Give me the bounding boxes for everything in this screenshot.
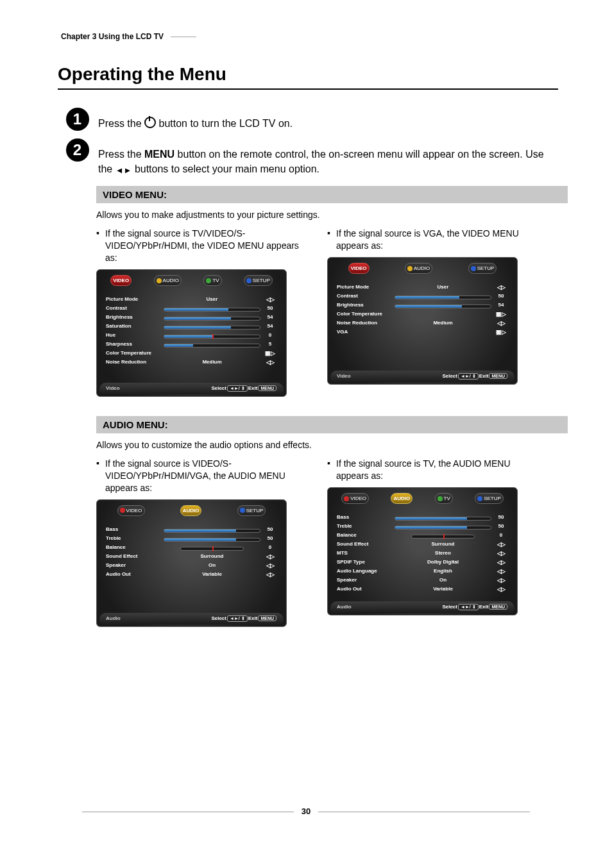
osd-row[interactable]: Picture ModeUser◁▷ — [106, 295, 277, 304]
step-2-a: Press the — [98, 149, 144, 160]
osd-row[interactable]: Hue0 — [106, 331, 277, 340]
left-right-arrow-icon: ◁▷ — [497, 550, 505, 556]
osd-row-ctrl: ◁▷ — [263, 562, 277, 569]
osd-tab-setup[interactable]: SETUP — [237, 505, 266, 516]
osd-slider[interactable] — [161, 332, 263, 338]
slider-track — [395, 517, 491, 521]
osd-slider[interactable] — [392, 293, 494, 299]
step-2-c: buttons to select your main menu option. — [135, 163, 319, 174]
osd-row[interactable]: MTSStereo◁▷ — [337, 549, 508, 558]
osd-row-ctrl: ◁▷ — [494, 320, 508, 326]
slider-track — [395, 296, 491, 299]
osd-row-label: Balance — [337, 532, 392, 538]
osd-row[interactable]: Color Temperature▦▷ — [106, 349, 277, 358]
power-icon — [144, 117, 156, 128]
chapter-text: Chapter 3 Using the LCD TV — [61, 32, 164, 41]
osd-tab-video[interactable]: VIDEO — [117, 505, 145, 516]
osd-tab-video[interactable]: VIDEO — [348, 263, 370, 274]
osd-row[interactable]: Bass50 — [106, 525, 277, 534]
osd-row[interactable]: Picture ModeUser◁▷ — [337, 283, 508, 292]
osd-footer: VideoSelect◄►/ ⇕ ExitMENU — [330, 371, 514, 382]
osd-row[interactable]: Sound EffectSurround◁▷ — [106, 552, 277, 561]
osd-slider[interactable] — [161, 305, 263, 312]
osd-slider[interactable] — [161, 535, 263, 542]
osd-row-label: Audio Out — [106, 571, 161, 577]
osd-row-label: Audio Out — [337, 586, 392, 592]
osd-row[interactable]: SpeakerOn◁▷ — [106, 561, 277, 570]
osd-row-ctrl: ◁▷ — [263, 359, 277, 365]
osd-row[interactable]: Balance0 — [337, 531, 508, 540]
enter-arrow-icon: ▦▷ — [496, 329, 506, 335]
left-right-arrow-icon: ◁▷ — [497, 568, 505, 574]
osd-slider[interactable] — [392, 302, 494, 308]
osd-row[interactable]: Audio LanguageEnglish◁▷ — [337, 567, 508, 576]
osd-slider[interactable] — [161, 314, 263, 321]
osd-body: Bass50Treble50Balance0Sound EffectSurrou… — [97, 519, 286, 609]
osd-row[interactable]: Audio OutVariable◁▷ — [106, 570, 277, 579]
osd-row[interactable]: Sharpness5 — [106, 340, 277, 349]
osd-tab-label: TV — [444, 496, 450, 501]
osd-tab-setup[interactable]: SETUP — [244, 275, 273, 286]
osd-row-mid — [161, 350, 263, 356]
osd-row[interactable]: Balance0 — [106, 543, 277, 552]
osd-slider[interactable] — [161, 341, 263, 347]
osd-tab-setup[interactable]: SETUP — [475, 493, 504, 504]
osd-footer: AudioSelect◄►/ ⇕ ExitMENU — [99, 613, 284, 624]
bullet-icon: ▪ — [327, 228, 336, 238]
osd-row[interactable]: Contrast50 — [337, 292, 508, 301]
osd-slider[interactable] — [392, 514, 494, 521]
osd-tab-tv[interactable]: TV — [203, 275, 221, 286]
osd-row[interactable]: Noise ReductionMedium◁▷ — [337, 319, 508, 328]
osd-row-label: Bass — [106, 526, 161, 532]
osd-tab-setup[interactable]: SETUP — [468, 263, 497, 274]
nav-key-icon: ◄►/ ⇕ — [458, 373, 479, 380]
osd-tab-label: SETUP — [246, 508, 264, 513]
osd-footer-exit-label: Exit — [248, 385, 258, 391]
osd-row[interactable]: Sound EffectSurround◁▷ — [337, 540, 508, 549]
osd-slider[interactable] — [161, 544, 263, 551]
osd-row[interactable]: Bass50 — [337, 513, 508, 522]
slider-marker-icon — [212, 334, 214, 339]
osd-row[interactable]: VGA▦▷ — [337, 328, 508, 337]
osd-row[interactable]: SpeakerOn◁▷ — [337, 576, 508, 585]
osd-tab-tv[interactable]: TV — [435, 493, 453, 504]
step-2-menu: MENU — [144, 149, 174, 160]
osd-tab-audio[interactable]: AUDIO — [154, 275, 182, 286]
osd-row[interactable]: Color Temperature▦▷ — [337, 310, 508, 319]
osd-slider[interactable] — [392, 532, 494, 538]
osd-row[interactable]: SPDIF TypeDolby Digital◁▷ — [337, 558, 508, 567]
osd-tab-audio[interactable]: AUDIO — [180, 505, 202, 516]
osd-tab-audio[interactable]: AUDIO — [405, 263, 432, 274]
osd-row[interactable]: Treble50 — [106, 534, 277, 543]
tab-yellow-dot-icon — [157, 278, 162, 283]
osd-tab-video[interactable]: VIDEO — [341, 493, 369, 504]
step-1-text: Press the button to turn the LCD TV on. — [98, 108, 612, 131]
osd-slider[interactable] — [392, 523, 494, 530]
osd-row[interactable]: Noise ReductionMedium◁▷ — [106, 358, 277, 367]
video-col-right: ▪ If the signal source is VGA, the VIDEO… — [327, 228, 558, 397]
osd-row[interactable]: Contrast50 — [106, 304, 277, 313]
audio-columns: ▪ If the signal source is VIDEO/S-VIDEO/… — [96, 458, 558, 627]
video-left-bullet-text: If the signal source is TV/VIDEO/S-VIDEO… — [105, 228, 327, 264]
osd-row[interactable]: Saturation54 — [106, 322, 277, 331]
osd-slider[interactable] — [161, 526, 263, 533]
osd-row[interactable]: Audio OutVariable◁▷ — [337, 585, 508, 594]
osd-row[interactable]: Brightness54 — [106, 313, 277, 322]
osd-row[interactable]: Treble50 — [337, 522, 508, 531]
osd-row[interactable]: Brightness54 — [337, 301, 508, 310]
osd-tab-audio[interactable]: AUDIO — [391, 493, 412, 504]
tab-green-dot-icon — [438, 496, 443, 501]
osd-footer-select-label: Select — [442, 373, 457, 379]
enter-arrow-icon: ▦▷ — [265, 350, 275, 356]
osd-row-label: Speaker — [337, 577, 392, 583]
osd-tab-video[interactable]: VIDEO — [110, 275, 132, 286]
page-num-rule-right — [318, 812, 530, 812]
left-right-arrow-icon: ◁▷ — [266, 553, 274, 560]
osd-row-value: User — [161, 296, 263, 303]
step-1-text-b: button to turn the LCD TV on. — [158, 118, 293, 129]
slider-fill — [164, 530, 236, 532]
step-2-number: 2 — [56, 138, 98, 162]
osd-row-value: 50 — [494, 514, 508, 520]
osd-slider[interactable] — [161, 323, 263, 330]
osd-body: Bass50Treble50Balance0Sound EffectSurrou… — [328, 506, 517, 597]
